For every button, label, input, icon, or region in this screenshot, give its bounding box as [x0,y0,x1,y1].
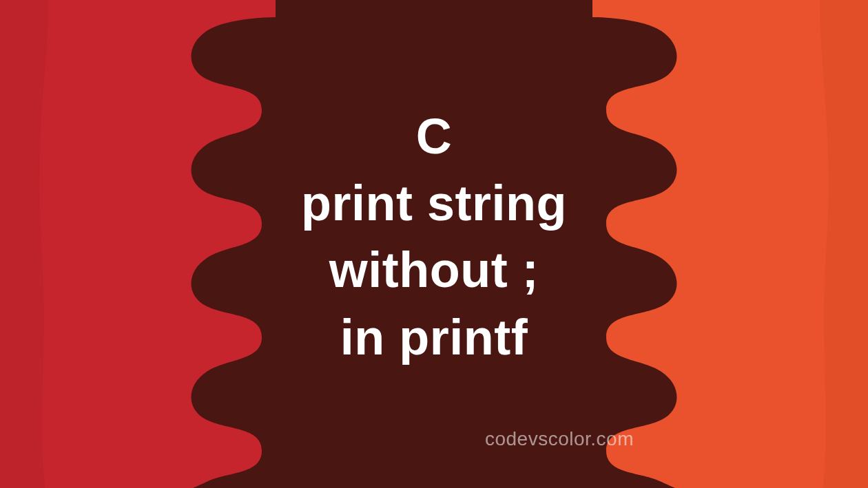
title-line-4: in printf [0,304,868,371]
title-line-1: C [0,103,868,170]
watermark-text: codevscolor.com [485,428,634,450]
banner-graphic: C print string without ; in printf codev… [0,0,868,488]
title-line-2: print string [0,170,868,237]
title-line-3: without ; [0,237,868,304]
banner-title: C print string without ; in printf [0,103,868,371]
